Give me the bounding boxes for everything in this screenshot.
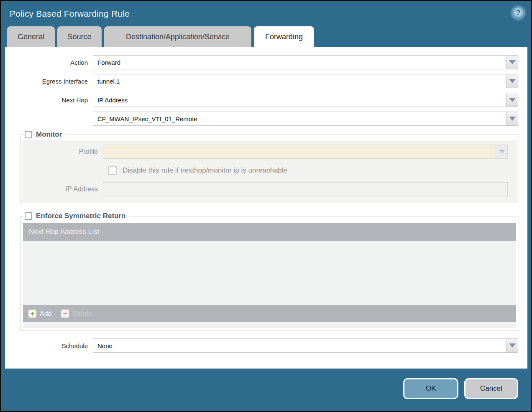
ok-button[interactable]: OK: [403, 378, 458, 399]
next-hop-address-list-bottom-strip: [23, 322, 516, 328]
chevron-down-icon: [499, 150, 505, 154]
action-dropdown-button[interactable]: [506, 55, 518, 69]
monitor-ip-address-combo: [103, 182, 508, 196]
egress-interface-dropdown-button[interactable]: [506, 74, 518, 88]
tab-source[interactable]: Source: [57, 26, 102, 47]
dialog-footer: OK Cancel: [1, 369, 531, 409]
enforce-symmetric-return-legend-label: Enforce Symmetric Return: [36, 212, 125, 220]
action-row: Action: [5, 55, 527, 69]
monitor-ip-address-input: [103, 182, 508, 196]
monitor-checkbox[interactable]: [25, 131, 32, 138]
next-hop-address-list-table: Next Hop Address List + Add − Delete: [23, 223, 516, 328]
add-button-label: Add: [40, 310, 51, 318]
action-input[interactable]: [93, 55, 506, 69]
next-hop-label: Next Hop: [5, 97, 93, 104]
tab-forwarding[interactable]: Forwarding: [254, 26, 314, 47]
monitor-ip-address-row: IP Address: [22, 182, 517, 196]
minus-icon: −: [61, 309, 69, 318]
disable-rule-row: Disable this rule if nexthop/monitor ip …: [108, 165, 517, 175]
profile-combo: [103, 145, 508, 159]
egress-interface-label: Egress Interface: [5, 78, 93, 85]
profile-dropdown-button: [496, 145, 508, 159]
enforce-symmetric-return-checkbox[interactable]: [25, 212, 32, 220]
delete-button: − Delete: [61, 309, 92, 318]
monitor-legend: Monitor: [24, 130, 65, 139]
help-icon[interactable]: ?: [512, 7, 524, 19]
enforce-symmetric-return-legend: Enforce Symmetric Return: [24, 212, 129, 220]
next-hop-address-list-header: Next Hop Address List: [23, 223, 516, 241]
schedule-dropdown-button[interactable]: [506, 338, 518, 353]
cancel-button[interactable]: Cancel: [464, 378, 518, 399]
monitor-ip-address-label: IP Address: [22, 186, 103, 193]
next-hop-address-dropdown-button[interactable]: [506, 112, 518, 126]
tab-destination-application-service[interactable]: Destination/Application/Service: [104, 26, 251, 47]
profile-label: Profile: [22, 148, 103, 155]
next-hop-dropdown-button[interactable]: [506, 93, 518, 107]
egress-interface-input[interactable]: [93, 74, 506, 88]
profile-row: Profile: [22, 145, 517, 159]
egress-interface-row: Egress Interface: [5, 74, 527, 88]
dialog-title: Policy Based Forwarding Rule: [10, 9, 130, 19]
monitor-group: Monitor Profile Disable this rule if nex…: [20, 130, 519, 205]
chevron-down-icon: [509, 343, 516, 348]
schedule-row: Schedule: [5, 338, 527, 353]
dialog-titlebar: Policy Based Forwarding Rule ?: [1, 1, 531, 26]
disable-rule-checkbox: [108, 166, 117, 175]
schedule-combo: [93, 338, 518, 353]
schedule-label: Schedule: [5, 342, 93, 349]
delete-button-label: Delete: [72, 310, 92, 318]
next-hop-address-list-toolbar: + Add − Delete: [23, 305, 516, 322]
next-hop-address-row: [5, 112, 527, 126]
chevron-down-icon: [509, 60, 516, 64]
monitor-panel: Profile Disable this rule if nexthop/mon…: [22, 140, 517, 203]
action-combo: [93, 55, 518, 69]
chevron-down-icon: [509, 79, 516, 83]
next-hop-address-list-body: [23, 241, 516, 305]
forwarding-tab-content: Action Egress Interface Next Hop: [5, 47, 527, 369]
chevron-down-icon: [509, 98, 516, 102]
disable-rule-label: Disable this rule if nexthop/monitor ip …: [123, 166, 287, 175]
monitor-legend-label: Monitor: [36, 130, 62, 139]
next-hop-combo: [93, 93, 518, 107]
policy-based-forwarding-dialog: Policy Based Forwarding Rule ? General S…: [0, 0, 532, 412]
next-hop-address-list-header-label: Next Hop Address List: [29, 228, 99, 236]
next-hop-address-input[interactable]: [93, 112, 506, 126]
next-hop-type-input[interactable]: [93, 93, 506, 107]
profile-input: [103, 145, 496, 159]
schedule-input[interactable]: [93, 338, 506, 353]
tab-bar: General Source Destination/Application/S…: [1, 26, 531, 47]
add-button[interactable]: + Add: [28, 309, 51, 318]
next-hop-row: Next Hop: [5, 93, 527, 107]
chevron-down-icon: [509, 117, 516, 121]
egress-interface-combo: [93, 74, 518, 88]
action-label: Action: [5, 59, 93, 66]
next-hop-address-combo: [93, 112, 518, 126]
tab-general[interactable]: General: [7, 26, 55, 47]
enforce-symmetric-return-group: Enforce Symmetric Return Next Hop Addres…: [20, 212, 519, 331]
plus-icon: +: [28, 309, 37, 318]
